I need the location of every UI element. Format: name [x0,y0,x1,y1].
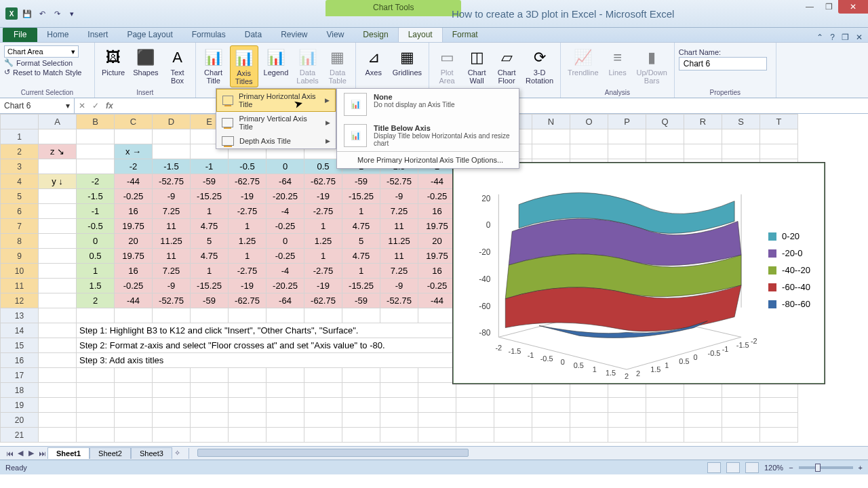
data-table-button[interactable]: ▦Data Table [324,45,351,86]
svg-text:-0.5: -0.5 [540,354,553,363]
window-restore-button[interactable]: ❐ [819,0,838,14]
group-label-selection: Current Selection [4,89,90,98]
horizontal-axis-title-submenu: 📊 NoneDo not display an Axis Title 📊 Tit… [336,88,519,169]
tab-layout[interactable]: Layout [398,26,443,42]
tab-nav-next[interactable]: ▶ [26,449,37,458]
tab-page-layout[interactable]: Page Layout [117,27,182,42]
group-label-analysis: Analysis [565,89,670,98]
svg-text:-1.5: -1.5 [509,347,521,355]
ribbon-minimize-icon[interactable]: ⌃ [816,33,823,42]
embedded-chart[interactable]: 200-20-40-60-80 -2-1.5-1-0.500.511.52-2-… [453,163,825,384]
tab-review[interactable]: Review [271,27,317,42]
window-close-button[interactable]: ✕ [838,0,868,14]
tab-nav-last[interactable]: ⏭ [37,449,47,458]
svg-text:1: 1 [665,361,669,369]
gridlines-icon: ▦ [396,47,418,68]
tab-design[interactable]: Design [353,27,397,42]
zoom-in-button[interactable]: + [859,464,863,472]
window-minimize-button[interactable]: — [800,0,819,14]
chart-legend: 0-20-20-0-40--20-60--40-80--60 [768,231,810,309]
tab-formulas[interactable]: Formulas [182,27,235,42]
svg-text:-2: -2 [751,337,757,345]
chart-name-label: Chart Name: [679,48,721,56]
new-sheet-button[interactable]: ✧ [172,449,183,458]
tab-home[interactable]: Home [37,27,78,42]
textbox-button[interactable]: AText Box [164,45,191,86]
fx-cancel-icon[interactable]: ✕ [79,101,85,110]
svg-text:-40: -40 [479,274,491,284]
view-page-layout-button[interactable] [726,462,740,473]
chart-title-icon: 📊 [203,47,224,68]
svg-text:-60: -60 [479,302,491,311]
option-title-below[interactable]: 📊 Title Below AxisDisplay Title below Ho… [337,120,519,151]
tab-format[interactable]: Format [443,27,488,42]
fx-accept-icon[interactable]: ✓ [92,101,99,110]
plot-area-icon: ▭ [436,47,458,68]
surface-chart-svg: 200-20-40-60-80 -2-1.5-1-0.500.511.52-2-… [458,167,820,379]
name-box[interactable]: Chart 6▾ [0,98,75,113]
tab-insert[interactable]: Insert [78,27,117,42]
svg-text:20: 20 [481,194,491,203]
option-more[interactable]: More Primary Horizontal Axis Title Optio… [337,152,519,168]
svg-text:-1.5: -1.5 [736,341,749,349]
trendline-button[interactable]: 📈Trendline [565,45,601,78]
axes-button[interactable]: ⊿Axes [360,45,387,78]
reset-style-button[interactable]: ↺ Reset to Match Style [4,68,82,77]
data-labels-button[interactable]: 📊Data Labels [294,45,321,86]
chevron-right-icon: ▶ [325,97,330,104]
sheet-tab-3[interactable]: Sheet3 [131,447,172,459]
shapes-button[interactable]: ⬛Shapes [130,45,161,78]
horizontal-scrollbar[interactable] [189,448,868,459]
tab-view[interactable]: View [317,27,354,42]
tab-nav-first[interactable]: ⏮ [4,449,15,458]
tab-data[interactable]: Data [235,27,271,42]
sheet-tab-1[interactable]: Sheet1 [47,447,90,459]
zoom-out-button[interactable]: − [789,464,793,472]
svg-text:0: 0 [561,358,565,366]
zoom-slider[interactable] [799,466,853,469]
axes-icon: ⊿ [363,47,384,68]
titlebar: X 💾 ↶ ↷ ▾ Chart Tools How to create a 3D… [0,0,868,28]
updown-bars-button[interactable]: ▮Up/Down Bars [634,45,670,86]
picture-button[interactable]: 🖼Picture [99,45,127,78]
menu-primary-vertical[interactable]: Primary Vertical Axis Title▶ [216,112,336,134]
data-table-icon: ▦ [327,47,349,68]
qat-save-icon[interactable]: 💾 [22,7,33,20]
menu-depth-axis[interactable]: Depth Axis Title▶ [216,134,336,148]
view-normal-button[interactable] [707,462,721,473]
format-selection-button[interactable]: 🔧 Format Selection [4,58,73,67]
sheet-tab-2[interactable]: Sheet2 [90,447,131,459]
workbook-close-icon[interactable]: ✕ [856,33,863,42]
trendline-icon: 📈 [572,47,594,68]
view-page-break-button[interactable] [745,462,759,473]
qat-dropdown-icon[interactable]: ▾ [66,7,77,20]
chart-name-input[interactable] [679,57,767,70]
menu-primary-horizontal[interactable]: Primary Horizontal Axis Title▶ [216,89,336,112]
app-icon: X [5,7,18,20]
option-none[interactable]: 📊 NoneDo not display an Axis Title [337,89,519,120]
chevron-down-icon: ▾ [66,101,70,110]
svg-text:-1: -1 [722,345,729,353]
3d-rotation-button[interactable]: ⟳3-D Rotation [523,45,556,86]
gridlines-button[interactable]: ▦Gridlines [390,45,425,78]
lines-button[interactable]: ≡Lines [604,45,631,78]
chart-title-button[interactable]: 📊Chart Title [200,45,227,86]
chart-wall-icon: ◫ [466,47,488,68]
chevron-right-icon: ▶ [326,119,330,126]
help-icon[interactable]: ? [830,33,835,42]
chart-floor-button[interactable]: ▱Chart Floor [493,45,520,86]
axis-titles-icon: 📊 [233,47,255,69]
chart-element-selector[interactable]: Chart Area▾ [4,45,79,58]
workbook-restore-icon[interactable]: ❐ [842,33,849,42]
legend-button[interactable]: 📊Legend [261,45,292,78]
qat-undo-icon[interactable]: ↶ [37,7,47,20]
tab-nav-prev[interactable]: ◀ [15,449,26,458]
chart-wall-button[interactable]: ◫Chart Wall [463,45,490,86]
none-icon: 📊 [344,93,367,116]
qat-redo-icon[interactable]: ↷ [52,7,62,20]
title-below-icon: 📊 [344,124,367,147]
plot-area-button[interactable]: ▭Plot Area [433,45,460,86]
fx-icon[interactable]: fx [106,101,113,110]
tab-file[interactable]: File [3,27,37,42]
axis-titles-button[interactable]: 📊Axis Titles [230,45,258,87]
